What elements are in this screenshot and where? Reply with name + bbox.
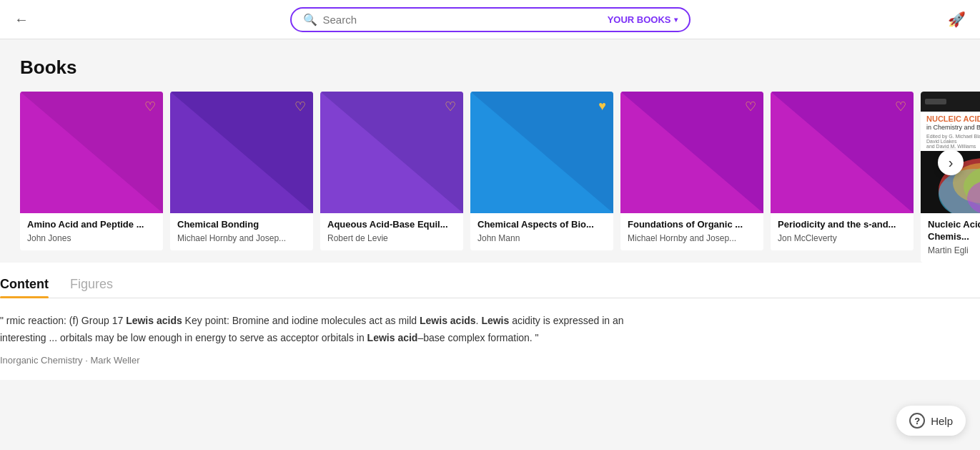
content-tabs: Content Figures xyxy=(0,277,980,298)
book-author-7: Martin Egli xyxy=(928,245,980,255)
book-title-2: Chemical Bonding xyxy=(177,219,306,231)
text-bold-1: Lewis acids xyxy=(126,315,182,326)
search-input[interactable] xyxy=(323,14,608,26)
book-author-2: Michael Hornby and Josep... xyxy=(177,233,306,243)
scope-arrow-icon: ▾ xyxy=(674,16,678,24)
heart-icon-4[interactable]: ♥ xyxy=(598,99,606,114)
book-card-4[interactable]: ♥ Chemical Aspects of Bio... John Mann xyxy=(470,92,613,250)
book-author-5: Michael Hornby and Josep... xyxy=(628,233,756,243)
book-cover-4: ♥ xyxy=(470,92,613,213)
text-part-2: Key point: Bromine and iodine molecules … xyxy=(182,315,420,326)
help-button[interactable]: ? Help xyxy=(896,406,966,436)
book-cover-2: ♡ xyxy=(170,92,313,213)
header: ← 🔍 YOUR BOOKS ▾ 🚀 xyxy=(0,0,980,39)
book-card-7[interactable]: NUCLEIC ACIDS in Chemistry and Biology E… xyxy=(921,92,980,263)
book-title-1: Amino Acid and Peptide ... xyxy=(27,219,156,231)
book-title-4: Chemical Aspects of Bio... xyxy=(477,219,606,231)
help-label: Help xyxy=(931,415,953,427)
book-info-2: Chemical Bonding Michael Hornby and Jose… xyxy=(170,213,313,250)
book-card-1[interactable]: ♡ Amino Acid and Peptide ... John Jones xyxy=(20,92,163,250)
heart-icon-5[interactable]: ♡ xyxy=(745,99,756,114)
search-icon: 🔍 xyxy=(303,13,317,26)
heart-icon-2[interactable]: ♡ xyxy=(295,99,306,114)
content-source: Inorganic Chemistry · Mark Weller xyxy=(0,355,980,366)
books-section-title: Books xyxy=(20,57,960,79)
heart-icon-1[interactable]: ♡ xyxy=(144,99,156,114)
book-card-6[interactable]: ♡ Periodicity and the s-and... Jon McCle… xyxy=(771,92,914,250)
book-author-4: John Mann xyxy=(477,233,606,243)
book-title-7: Nucleic Acids in Chemis... xyxy=(928,219,980,243)
heart-icon-3[interactable]: ♡ xyxy=(445,99,456,114)
book-cover-5: ♡ xyxy=(620,92,763,213)
next-arrow-icon: › xyxy=(949,155,954,171)
book-info-3: Aqueous Acid-Base Equil... Robert de Lev… xyxy=(320,213,463,250)
help-circle-icon: ? xyxy=(909,413,925,429)
book-cover-6: ♡ xyxy=(771,92,914,213)
book-info-5: Foundations of Organic ... Michael Hornb… xyxy=(620,213,763,250)
book-card-3[interactable]: ♡ Aqueous Acid-Base Equil... Robert de L… xyxy=(320,92,463,250)
book-cover-1: ♡ xyxy=(20,92,163,213)
content-section: Content Figures " rmic reaction: (f) Gro… xyxy=(0,263,980,381)
book-info-6: Periodicity and the s-and... Jon McCleve… xyxy=(771,213,914,250)
search-bar: 🔍 YOUR BOOKS ▾ xyxy=(290,7,691,32)
rocket-icon[interactable]: 🚀 xyxy=(948,11,966,28)
book-author-6: Jon McCleverty xyxy=(778,233,906,243)
text-part-5: –base complex formation. " xyxy=(417,332,538,343)
main-content: Books ♡ Amino Acid and Peptide ... John … xyxy=(0,39,980,263)
book-title-5: Foundations of Organic ... xyxy=(628,219,756,231)
heart-icon-6[interactable]: ♡ xyxy=(895,99,906,114)
book-title-6: Periodicity and the s-and... xyxy=(778,219,906,231)
next-button[interactable]: › xyxy=(938,150,964,175)
book-title-3: Aqueous Acid-Base Equil... xyxy=(327,219,456,231)
book-info-7: Nucleic Acids in Chemis... Martin Egli xyxy=(921,213,980,263)
tab-figures[interactable]: Figures xyxy=(70,277,113,298)
search-scope-button[interactable]: YOUR BOOKS ▾ xyxy=(608,14,678,25)
book-cover-3: ♡ xyxy=(320,92,463,213)
text-bold-3: Lewis xyxy=(481,315,509,326)
book-author-3: Robert de Levie xyxy=(327,233,456,243)
text-bold-4: Lewis acid xyxy=(367,332,418,343)
scope-label: YOUR BOOKS xyxy=(608,14,671,25)
book-info-4: Chemical Aspects of Bio... John Mann xyxy=(470,213,613,250)
book-author-1: John Jones xyxy=(27,233,156,243)
book-info-1: Amino Acid and Peptide ... John Jones xyxy=(20,213,163,250)
text-bold-2: Lewis acids xyxy=(420,315,476,326)
book-card-2[interactable]: ♡ Chemical Bonding Michael Hornby and Jo… xyxy=(170,92,313,250)
content-text: " rmic reaction: (f) Group 17 Lewis acid… xyxy=(0,313,643,347)
books-row: ♡ Amino Acid and Peptide ... John Jones … xyxy=(20,92,960,263)
book-card-5[interactable]: ♡ Foundations of Organic ... Michael Hor… xyxy=(620,92,763,250)
back-button[interactable]: ← xyxy=(14,11,29,28)
text-part-1: " rmic reaction: (f) Group 17 xyxy=(0,315,126,326)
tab-content[interactable]: Content xyxy=(0,277,49,298)
